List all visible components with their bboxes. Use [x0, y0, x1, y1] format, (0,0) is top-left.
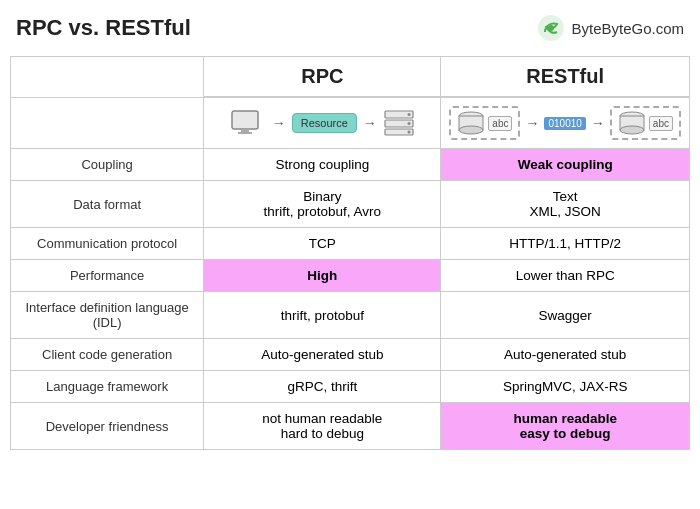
table-row: Client code generationAuto-generated stu…	[11, 339, 690, 371]
restful-value: TextXML, JSON	[441, 181, 690, 228]
rpc-column-header: RPC	[204, 57, 441, 98]
row-label: Language framework	[11, 371, 204, 403]
restful-value: Auto-generated stub	[441, 339, 690, 371]
arrow-right-4: →	[591, 115, 605, 131]
rpc-diagram-cell: → Resource →	[204, 97, 441, 149]
comparison-table: RPC RESTful → Resource →	[10, 56, 690, 450]
svg-point-13	[459, 126, 483, 134]
rpc-value: gRPC, thrift	[204, 371, 441, 403]
db-icon-left	[457, 111, 485, 135]
restful-left-box: abc	[449, 106, 520, 140]
row-label: Client code generation	[11, 339, 204, 371]
table-row: Developer friendnessnot human readableha…	[11, 403, 690, 450]
restful-value: HTTP/1.1, HTTP/2	[441, 228, 690, 260]
empty-header	[11, 57, 204, 98]
monitor-icon	[230, 109, 266, 137]
arrow-right-3: →	[525, 115, 539, 131]
row-label: Performance	[11, 260, 204, 292]
svg-rect-3	[241, 129, 249, 132]
rpc-value: thrift, protobuf	[204, 292, 441, 339]
svg-point-16	[620, 126, 644, 134]
rpc-value: Binarythrift, protobuf, Avro	[204, 181, 441, 228]
restful-diagram-cell: abc → 010010 → abc	[441, 97, 690, 149]
row-label: Developer friendness	[11, 403, 204, 450]
table-row: Communication protocolTCPHTTP/1.1, HTTP/…	[11, 228, 690, 260]
row-label: Interface definition language (IDL)	[11, 292, 204, 339]
logo-text: ByteByteGo.com	[571, 20, 684, 37]
row-label: Communication protocol	[11, 228, 204, 260]
rpc-diagram: → Resource →	[212, 109, 432, 137]
restful-diagram: abc → 010010 → abc	[449, 106, 681, 140]
rpc-value: not human readablehard to debug	[204, 403, 441, 450]
abc-badge-right: abc	[649, 116, 673, 131]
abc-badge-left: abc	[488, 116, 512, 131]
db-icon-right	[618, 111, 646, 135]
svg-point-10	[407, 131, 410, 134]
rpc-value: Auto-generated stub	[204, 339, 441, 371]
diagram-label-cell	[11, 97, 204, 149]
resource-box: Resource	[292, 113, 357, 133]
logo: ByteByteGo.com	[537, 14, 684, 42]
server-icon	[383, 109, 415, 137]
arrow-right-1: →	[272, 115, 286, 131]
restful-column-header: RESTful	[441, 57, 690, 98]
restful-value: Swagger	[441, 292, 690, 339]
table-row: Language frameworkgRPC, thriftSpringMVC,…	[11, 371, 690, 403]
svg-point-1	[548, 25, 554, 31]
table-row: Interface definition language (IDL)thrif…	[11, 292, 690, 339]
page-header: RPC vs. RESTful ByteByteGo.com	[10, 10, 690, 46]
restful-right-box: abc	[610, 106, 681, 140]
page-title: RPC vs. RESTful	[16, 15, 191, 41]
table-row: PerformanceHighLower than RPC	[11, 260, 690, 292]
rpc-value: Strong coupling	[204, 149, 441, 181]
row-label: Data format	[11, 181, 204, 228]
010010-badge: 010010	[544, 117, 585, 130]
restful-value: SpringMVC, JAX-RS	[441, 371, 690, 403]
restful-value: Weak coupling	[441, 149, 690, 181]
table-row: Data formatBinarythrift, protobuf, AvroT…	[11, 181, 690, 228]
arrow-right-2: →	[363, 115, 377, 131]
svg-rect-2	[232, 111, 258, 129]
rpc-value: TCP	[204, 228, 441, 260]
restful-value: human readableeasy to debug	[441, 403, 690, 450]
svg-rect-4	[238, 132, 252, 134]
svg-point-8	[407, 113, 410, 116]
rpc-value: High	[204, 260, 441, 292]
restful-value: Lower than RPC	[441, 260, 690, 292]
row-label: Coupling	[11, 149, 204, 181]
logo-icon	[537, 14, 565, 42]
svg-point-9	[407, 122, 410, 125]
table-row: CouplingStrong couplingWeak coupling	[11, 149, 690, 181]
